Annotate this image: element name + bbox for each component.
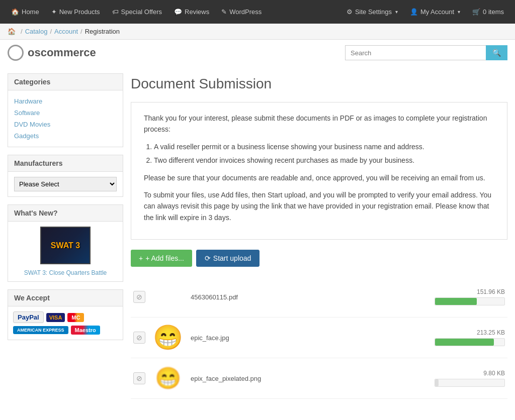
nav-site-settings[interactable]: ⚙ Site Settings ▾ <box>340 0 404 24</box>
file-info: epic_face.jpg <box>191 334 427 342</box>
visa-icon: VISA <box>46 313 65 322</box>
home-breadcrumb-icon: 🏠 <box>8 28 16 35</box>
progress-bar <box>435 338 505 346</box>
file-thumbnail: 😁 <box>155 368 181 389</box>
categories-list: Hardware Software DVD Movies Gadgets <box>8 90 123 147</box>
breadcrumb: 🏠 / Catalog / Account / Registration <box>0 24 515 40</box>
file-cancel-button[interactable]: ⊘ <box>133 291 145 303</box>
product-link[interactable]: SWAT 3: Close Quarters Battle <box>24 269 107 276</box>
file-preview: 😁 <box>153 323 183 353</box>
sidebar-item-gadgets[interactable]: Gadgets <box>14 130 117 142</box>
product-thumbnail: SWAT 3 <box>40 227 91 264</box>
file-progress-area: 213.25 KB <box>435 329 505 346</box>
gear-icon: ⚙ <box>347 8 353 16</box>
cart-icon: 🛒 <box>472 8 480 16</box>
search-button[interactable]: 🔍 <box>486 45 507 60</box>
progress-bar <box>435 379 505 387</box>
file-cancel-button[interactable]: ⊘ <box>133 332 145 344</box>
nav-wordpress[interactable]: ✎ WordPress <box>215 0 268 24</box>
search-input[interactable] <box>345 45 486 60</box>
nav-reviews[interactable]: 💬 Reviews <box>168 0 215 24</box>
manufacturers-box: Manufacturers Please Select <box>8 155 123 197</box>
categories-box: Categories Hardware Software DVD Movies … <box>8 73 123 147</box>
file-name: epic_face.jpg <box>191 334 427 342</box>
file-thumbnail: 😁 <box>153 326 183 350</box>
info-list-item: A valid reseller permit or a business li… <box>154 141 494 152</box>
file-size: 9.80 KB <box>435 370 505 377</box>
file-row: ⊘ 😁 epix_face_pixelated.png 9.80 KB <box>131 358 507 399</box>
file-size: 213.25 KB <box>435 329 505 336</box>
progress-bar-fill <box>435 379 439 386</box>
info-list: A valid reseller permit or a business li… <box>154 141 494 166</box>
file-progress-area: 151.96 KB <box>435 288 505 305</box>
special-offers-icon: 🏷 <box>112 8 119 16</box>
page-title: Document Submission <box>131 76 507 92</box>
upload-icon: ⟳ <box>205 254 211 262</box>
top-navigation: 🏠 Home ✦ New Products 🏷 Special Offers 💬… <box>0 0 515 24</box>
file-name: epix_face_pixelated.png <box>191 375 427 382</box>
mastercard-icon: MC <box>67 313 84 322</box>
chevron-down-icon: ▾ <box>395 9 398 15</box>
categories-title: Categories <box>8 74 123 90</box>
logo-text: oscommerce <box>28 46 96 59</box>
home-icon: 🏠 <box>11 8 19 16</box>
nav-cart[interactable]: 🛒 0 items <box>466 0 510 24</box>
nav-special-offers[interactable]: 🏷 Special Offers <box>106 0 168 24</box>
nav-home[interactable]: 🏠 Home <box>5 0 45 24</box>
amex-icon: AMERICAN EXPRESS <box>13 326 68 334</box>
whats-new-title: What's New? <box>8 205 123 222</box>
upload-buttons: + + Add files... ⟳ Start upload <box>131 250 507 267</box>
reviews-icon: 💬 <box>174 8 182 16</box>
file-row: ⊘ 😁 epic_face.jpg 213.25 KB <box>131 318 507 358</box>
breadcrumb-current: Registration <box>85 28 120 35</box>
file-name: 4563060115.pdf <box>191 293 427 301</box>
file-row: ⊘ 4563060115.pdf 151.96 KB <box>131 277 507 318</box>
info-paragraph-3: To submit your files, use Add files, the… <box>144 189 494 223</box>
add-files-button[interactable]: + + Add files... <box>131 250 192 267</box>
user-icon: 👤 <box>410 8 418 16</box>
product-name: SWAT 3: Close Quarters Battle <box>13 268 118 276</box>
chevron-down-icon: ▾ <box>458 9 460 15</box>
payment-icons: PayPal VISA MC AMERICAN EXPRESS Maestro <box>13 311 118 335</box>
sidebar-item-software[interactable]: Software <box>14 107 117 119</box>
main-container: Categories Hardware Software DVD Movies … <box>0 66 515 406</box>
nav-my-account[interactable]: 👤 My Account ▾ <box>404 0 466 24</box>
file-info: 4563060115.pdf <box>191 293 427 301</box>
logo-icon <box>8 45 24 61</box>
file-progress-area: 9.80 KB <box>435 370 505 387</box>
file-list: ⊘ 4563060115.pdf 151.96 KB ⊘ 😁 <box>131 277 507 399</box>
maestro-icon: Maestro <box>71 326 100 335</box>
progress-bar <box>435 297 505 305</box>
nav-new-products[interactable]: ✦ New Products <box>45 0 106 24</box>
we-accept-title: We Accept <box>8 290 123 306</box>
start-upload-button[interactable]: ⟳ Start upload <box>196 250 260 267</box>
sidebar-item-dvd-movies[interactable]: DVD Movies <box>14 119 117 130</box>
logo: oscommerce <box>8 45 96 61</box>
breadcrumb-account[interactable]: Account <box>54 28 78 35</box>
file-cancel-button[interactable]: ⊘ <box>133 372 145 384</box>
wordpress-icon: ✎ <box>221 8 227 16</box>
manufacturers-select[interactable]: Please Select <box>14 177 117 191</box>
plus-icon: + <box>139 254 143 262</box>
main-content: Document Submission Thank you for your i… <box>131 73 507 399</box>
site-header: oscommerce 🔍 <box>0 40 515 66</box>
paypal-icon: PayPal <box>13 311 44 323</box>
manufacturers-title: Manufacturers <box>8 155 123 172</box>
file-size: 151.96 KB <box>435 288 505 295</box>
new-products-icon: ✦ <box>51 8 57 16</box>
sidebar-item-hardware[interactable]: Hardware <box>14 95 117 107</box>
file-info: epix_face_pixelated.png <box>191 375 427 382</box>
info-list-item: Two different vendor invoices showing re… <box>154 155 494 166</box>
info-paragraph-1: Thank you for your interest, please subm… <box>144 113 494 135</box>
file-preview <box>153 282 183 312</box>
breadcrumb-catalog[interactable]: Catalog <box>25 28 48 35</box>
whats-new-box: What's New? SWAT 3 SWAT 3: Close Quarter… <box>8 204 123 282</box>
info-box: Thank you for your interest, please subm… <box>131 102 507 240</box>
sidebar: Categories Hardware Software DVD Movies … <box>8 73 123 399</box>
progress-bar-fill <box>435 298 477 305</box>
progress-bar-fill <box>435 339 494 346</box>
file-preview: 😁 <box>153 363 183 393</box>
we-accept-box: We Accept PayPal VISA MC AMERICAN EXPRES… <box>8 289 123 340</box>
info-paragraph-2: Please be sure that your documents are r… <box>144 172 494 183</box>
search-area: 🔍 <box>345 45 507 60</box>
